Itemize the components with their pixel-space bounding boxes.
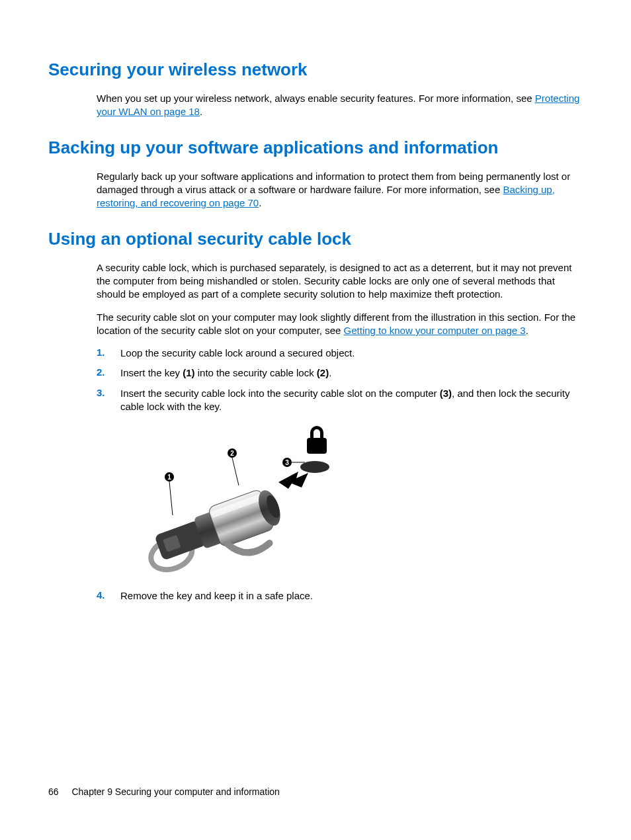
step-number: 2. [97, 366, 120, 378]
svg-rect-0 [307, 438, 327, 454]
step-1: 1. Loop the security cable lock around a… [97, 347, 583, 360]
step-number: 4. [97, 589, 120, 601]
step-text: Insert the security cable lock into the … [120, 387, 583, 414]
svg-text:3: 3 [285, 459, 289, 466]
page-number: 66 [48, 786, 59, 797]
para-securing-wireless: When you set up your wireless network, a… [97, 92, 583, 119]
slot-piece-icon [300, 461, 329, 473]
steps-list-continued: 4. Remove the key and keep it in a safe … [97, 589, 583, 603]
para-cable-lock-1: A security cable lock, which is purchase… [97, 261, 583, 302]
heading-backing-up: Backing up your software applications an… [48, 138, 583, 158]
step-4: 4. Remove the key and keep it in a safe … [97, 589, 583, 603]
callout-2: 2 [228, 448, 239, 485]
lock-cylinder-icon [141, 485, 290, 575]
svg-line-7 [232, 458, 239, 485]
cable-lock-illustration: 3 2 [123, 423, 583, 577]
heading-securing-wireless: Securing your wireless network [48, 60, 583, 80]
step-2: 2. Insert the key (1) into the security … [97, 366, 583, 380]
step-text: Remove the key and keep it in a safe pla… [120, 589, 313, 603]
cable-lock-svg: 3 2 [123, 423, 361, 575]
steps-list: 1. Loop the security cable lock around a… [97, 347, 583, 413]
padlock-icon [307, 426, 327, 454]
svg-line-10 [169, 482, 173, 515]
svg-text:1: 1 [167, 474, 171, 481]
step-text: Loop the security cable lock around a se… [120, 347, 355, 360]
step-text: Insert the key (1) into the security cab… [120, 366, 331, 380]
svg-marker-4 [278, 472, 308, 489]
step-number: 1. [97, 347, 120, 358]
step-number: 3. [97, 387, 120, 398]
page-footer: 66 Chapter 9 Securing your computer and … [48, 786, 280, 797]
callout-1: 1 [165, 472, 174, 515]
section-backing-up: Backing up your software applications an… [48, 138, 583, 210]
section-cable-lock: Using an optional security cable lock A … [48, 229, 583, 603]
chapter-title: Chapter 9 Securing your computer and inf… [71, 786, 279, 797]
section-securing-wireless: Securing your wireless network When you … [48, 60, 583, 119]
svg-text:2: 2 [230, 450, 234, 457]
heading-cable-lock: Using an optional security cable lock [48, 229, 583, 249]
para-cable-lock-2: The security cable slot on your computer… [97, 311, 583, 338]
step-3: 3. Insert the security cable lock into t… [97, 387, 583, 414]
arrow-icon [278, 472, 308, 489]
para-backing-up: Regularly back up your software applicat… [97, 170, 583, 210]
link-getting-to-know[interactable]: Getting to know your computer on page 3 [344, 325, 526, 336]
